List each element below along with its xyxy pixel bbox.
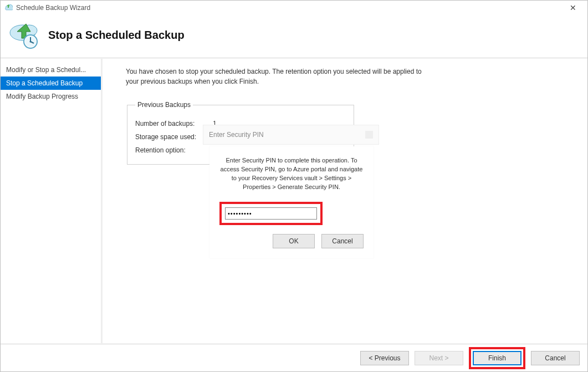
security-pin-message: Enter Security PIN to complete this oper…	[219, 156, 364, 192]
close-button[interactable]: ✕	[562, 3, 584, 12]
security-pin-banner-text: Enter Security PIN	[209, 131, 264, 139]
label-storage-space: Storage space used:	[135, 133, 213, 141]
pin-ok-button[interactable]: OK	[273, 234, 315, 248]
app-icon	[7, 21, 40, 49]
content-description: You have chosen to stop your scheduled b…	[126, 67, 436, 86]
pin-cancel-button[interactable]: Cancel	[321, 234, 364, 248]
security-pin-input-highlight	[219, 202, 323, 225]
window-title: Schedule Backup Wizard	[16, 4, 90, 12]
wizard-header: Stop a Scheduled Backup	[1, 15, 587, 59]
security-pin-banner-icon[interactable]	[365, 131, 373, 139]
security-pin-dialog: Enter Security PIN to complete this oper…	[209, 146, 374, 258]
wizard-body: Modify or Stop a Schedul... Stop a Sched…	[1, 59, 587, 343]
previous-button[interactable]: < Previous	[360, 351, 409, 365]
svg-point-6	[29, 40, 31, 42]
sidebar-item-stop-backup[interactable]: Stop a Scheduled Backup	[1, 77, 101, 90]
sidebar-item-modify-progress[interactable]: Modify Backup Progress	[1, 90, 101, 103]
titlebar: Schedule Backup Wizard ✕	[1, 1, 587, 15]
sidebar-item-modify-or-stop[interactable]: Modify or Stop a Schedul...	[1, 63, 101, 77]
wizard-steps-sidebar: Modify or Stop a Schedul... Stop a Sched…	[1, 59, 101, 343]
app-icon-small	[4, 3, 13, 13]
cancel-button[interactable]: Cancel	[531, 351, 580, 365]
security-pin-banner: Enter Security PIN	[203, 125, 379, 145]
finish-button-highlight: Finish	[469, 347, 525, 369]
previous-backups-legend: Previous Backups	[135, 101, 193, 109]
wizard-footer: < Previous Next > Finish Cancel	[1, 343, 587, 371]
wizard-window: Schedule Backup Wizard ✕ Stop a Schedule…	[0, 0, 588, 372]
label-retention-option: Retention option:	[135, 146, 213, 154]
next-button: Next >	[415, 351, 463, 365]
finish-button[interactable]: Finish	[473, 351, 521, 365]
page-title: Stop a Scheduled Backup	[48, 29, 185, 42]
security-pin-input[interactable]	[225, 207, 317, 220]
label-number-of-backups: Number of backups:	[135, 120, 213, 128]
wizard-content: You have chosen to stop your scheduled b…	[101, 59, 587, 343]
